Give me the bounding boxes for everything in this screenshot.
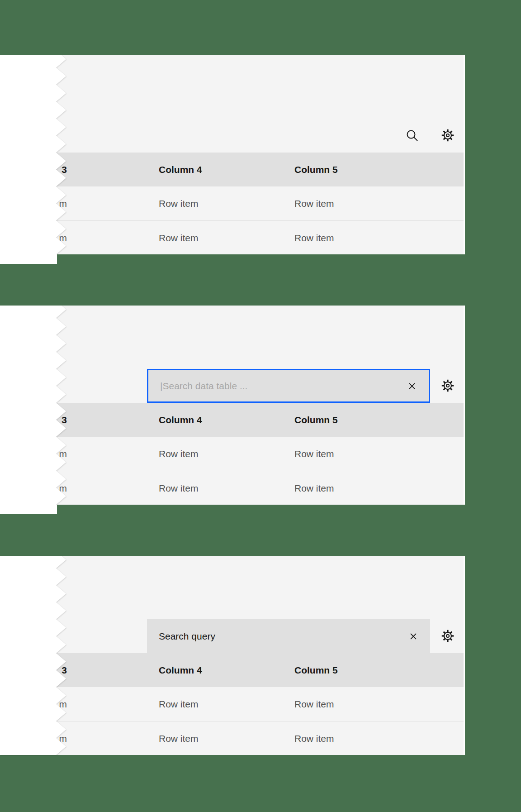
table-toolbar <box>54 369 464 403</box>
page-background: { "colors": { "page-bg": "#47714E", "car… <box>0 0 521 812</box>
row-cell-column-4: Row item <box>159 186 199 220</box>
table-header-row: Column 3 Column 4 Column 5 <box>54 153 464 186</box>
gear-icon <box>441 629 455 643</box>
row-cell-column-5: Row item <box>294 186 334 220</box>
row-cell-column-5: Row item <box>294 437 334 471</box>
clear-search-button[interactable] <box>406 380 418 392</box>
row-cell-column-5: Row item <box>294 471 334 505</box>
row-cell-column-5: Row item <box>294 221 334 255</box>
gear-icon <box>441 129 455 142</box>
panel-search-expanded: Column 3 Column 4 Column 5 Row item Row … <box>0 306 521 515</box>
row-cell-column-5: Row item <box>294 687 334 721</box>
header-cell-column-5: Column 5 <box>294 153 338 186</box>
header-cell-column-4: Column 4 <box>159 153 202 186</box>
data-table-card: Column 3 Column 4 Column 5 Row item Row … <box>54 556 465 755</box>
panel-search-collapsed: Column 3 Column 4 Column 5 Row item Row … <box>0 55 521 264</box>
torn-edge-tab <box>0 505 57 514</box>
search-input[interactable] <box>147 619 430 653</box>
close-icon <box>408 631 418 641</box>
clear-search-button[interactable] <box>407 630 419 642</box>
search-input[interactable] <box>148 370 429 401</box>
search-field <box>147 619 430 653</box>
search-icon <box>405 129 419 142</box>
search-button[interactable] <box>404 128 420 143</box>
settings-button[interactable] <box>440 628 455 644</box>
row-cell-column-4: Row item <box>159 437 199 471</box>
row-cell-column-4: Row item <box>159 471 199 505</box>
table-toolbar <box>54 619 464 653</box>
settings-button[interactable] <box>440 378 455 393</box>
row-cell-column-4: Row item <box>159 721 199 755</box>
torn-edge-tab <box>0 254 57 264</box>
row-cell-column-4: Row item <box>159 221 199 255</box>
table-toolbar <box>54 119 464 153</box>
table-row: Row item Row item Row item <box>54 437 464 471</box>
header-cell-column-4: Column 4 <box>159 653 202 687</box>
table-header-row: Column 3 Column 4 Column 5 <box>54 403 464 437</box>
table-row: Row item Row item Row item <box>54 471 464 505</box>
torn-edge-decoration <box>0 55 68 255</box>
search-field <box>147 369 430 403</box>
header-cell-column-4: Column 4 <box>159 403 202 437</box>
table-row: Row item Row item Row item <box>54 186 464 220</box>
header-cell-column-5: Column 5 <box>294 403 338 437</box>
row-cell-column-4: Row item <box>159 687 199 721</box>
data-table-card: Column 3 Column 4 Column 5 Row item Row … <box>54 55 465 254</box>
data-table-card: Column 3 Column 4 Column 5 Row item Row … <box>54 306 465 505</box>
row-cell-column-5: Row item <box>294 721 334 755</box>
table-row: Row item Row item Row item <box>54 220 464 254</box>
table-row: Row item Row item Row item <box>54 721 464 755</box>
torn-edge-decoration <box>0 556 68 756</box>
settings-button[interactable] <box>440 128 455 143</box>
gear-icon <box>441 379 455 392</box>
panel-search-filled: Column 3 Column 4 Column 5 Row item Row … <box>0 556 521 765</box>
table-header-row: Column 3 Column 4 Column 5 <box>54 653 464 687</box>
close-icon <box>407 381 417 391</box>
header-cell-column-5: Column 5 <box>294 653 338 687</box>
torn-edge-decoration <box>0 306 68 506</box>
table-row: Row item Row item Row item <box>54 687 464 721</box>
